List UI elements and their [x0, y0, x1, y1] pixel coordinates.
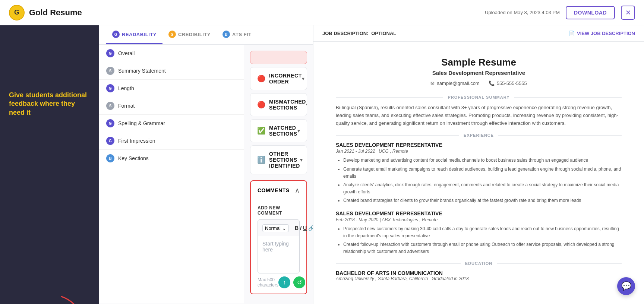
download-button[interactable]: DOWNLOAD	[566, 6, 615, 19]
refresh-button[interactable]: ↺	[293, 276, 305, 288]
job-bullets-2: Prospected new customers by making 30-40…	[336, 225, 622, 256]
accordion-mismatched-header[interactable]: 🔴 MISMATCHED SECTIONS ▾	[250, 94, 307, 116]
nav-dot-key: B	[106, 154, 114, 162]
nav-dot-format: S	[106, 102, 114, 110]
link-button[interactable]: 🔗	[308, 223, 313, 233]
accordion-matched-header[interactable]: ✅ MATCHED SECTIONS ▾	[250, 120, 307, 142]
tab-ats-fit[interactable]: B ATS FIT	[217, 25, 258, 44]
top-header: G Gold Resume Uploaded on May 8, 2023 4:…	[0, 0, 644, 25]
job-meta-1: Jan 2021 - Jul 2022 | UCG , Remote	[336, 149, 622, 154]
sidebar-item-summary[interactable]: S Summary Statement	[99, 62, 244, 80]
editor-area[interactable]: Start typing here	[258, 236, 300, 273]
editor-placeholder: Start typing here	[262, 241, 289, 253]
bullet-1-4: Created brand strategies for clients to …	[343, 197, 622, 204]
edu-divider-left	[336, 263, 461, 264]
tab-badge-ats: B	[222, 31, 230, 38]
header-left: G Gold Resume	[9, 5, 82, 20]
main-layout: Give students additional feedback where …	[0, 25, 644, 304]
italic-button[interactable]: I	[300, 223, 302, 233]
accordion-incorrect-order-header[interactable]: 🔴 INCORRECT ORDER ▾	[250, 67, 307, 90]
divider-line-left	[336, 97, 443, 98]
middle-content: G READABILITY G CREDIBILITY B ATS FIT G	[99, 25, 644, 304]
exp-divider-right	[498, 135, 622, 136]
tab-readability[interactable]: G READABILITY	[106, 25, 162, 44]
right-panel: JOB DESCRIPTION: OPTIONAL 📄 VIEW JOB DES…	[313, 25, 644, 304]
chevron-matched-icon: ▾	[297, 128, 300, 134]
mismatched-title: MISMATCHED SECTIONS	[269, 99, 306, 111]
summary-section-title: PROFESSIONAL SUMMARY	[448, 95, 509, 99]
nav-dot-overall: G	[106, 49, 114, 57]
experience-divider: EXPERIENCE	[336, 133, 622, 137]
divider-line-right	[514, 97, 622, 98]
phone-icon: 📞	[489, 80, 495, 86]
bold-button[interactable]: B	[295, 223, 299, 233]
matched-icon: ✅	[257, 127, 265, 135]
left-sidebar: Give students additional feedback where …	[0, 25, 99, 304]
chevron-other-icon: ▾	[300, 157, 303, 163]
education-section-title: EDUCATION	[465, 261, 493, 266]
education-divider: EDUCATION	[336, 261, 622, 266]
resume-name: Sample Resume	[336, 57, 622, 68]
comments-toggle-button[interactable]: ∧	[295, 186, 300, 194]
job-title-2: SALES DEVELOPMENT REPRESENTATIVE	[336, 210, 622, 216]
sidebar-item-key-sections[interactable]: B Key Sections	[99, 150, 244, 167]
chat-bubble[interactable]: 💬	[617, 277, 635, 295]
email-icon: ✉	[430, 80, 435, 86]
tab-badge-readability: G	[112, 31, 120, 38]
mismatched-icon: 🔴	[257, 101, 265, 109]
resume-contact: ✉ sample@gmail.com 📞 555-555-5555	[336, 80, 622, 86]
experience-section-title: EXPERIENCE	[464, 133, 494, 137]
job-desc-label: JOB DESCRIPTION: OPTIONAL	[322, 31, 396, 36]
document-icon: 📄	[569, 31, 575, 36]
close-button[interactable]: ✕	[621, 6, 635, 20]
chevron-icon: ▾	[302, 76, 304, 82]
accordion-other-header[interactable]: ℹ️ OTHER SECTIONS IDENTIFIED ▾	[250, 146, 307, 174]
matched-title: MATCHED SECTIONS	[269, 125, 297, 137]
accordion-other: ℹ️ OTHER SECTIONS IDENTIFIED ▾	[250, 145, 307, 174]
job-meta-2: Feb 2018 - May 2020 | ABX Technologies ,…	[336, 217, 622, 222]
resume-header-bar: JOB DESCRIPTION: OPTIONAL 📄 VIEW JOB DES…	[313, 25, 644, 42]
sidebar-item-first-impression[interactable]: G First Impression	[99, 132, 244, 150]
sidebar-item-spelling[interactable]: G Spelling & Grammar	[99, 115, 244, 132]
nav-list: G Overall S Summary Statement G Length S…	[99, 45, 244, 304]
format-select[interactable]: Normal ⌄	[262, 224, 289, 232]
tab-credibility[interactable]: G CREDIBILITY	[162, 25, 217, 44]
underline-button[interactable]: U	[303, 223, 307, 233]
comments-section: COMMENTS ∧ ADD NEW COMMENT Normal ⌄	[250, 180, 307, 294]
nav-dot-length: G	[106, 84, 114, 92]
job-bullets-1: Develop marketing and advertising conten…	[336, 157, 622, 204]
arrow-icon	[58, 293, 88, 304]
resume-position: Sales Development Representative	[336, 70, 622, 76]
degree-title: BACHELOR OF ARTS IN COMMUNICATION	[336, 270, 622, 276]
bullet-1-1: Develop marketing and advertising conten…	[343, 157, 622, 164]
phone-contact: 📞 555-555-5555	[489, 80, 527, 86]
accordion-incorrect-order: 🔴 INCORRECT ORDER ▾	[250, 67, 307, 90]
feedback-callout: Give students additional feedback where …	[0, 85, 99, 123]
tab-badge-credibility: G	[168, 31, 176, 38]
sidebar-item-format[interactable]: S Format	[99, 97, 244, 115]
sidebar-item-length[interactable]: G Length	[99, 80, 244, 97]
editor-footer: Max 500 characters ↑ ↺	[258, 273, 300, 288]
comments-body: ADD NEW COMMENT Normal ⌄ B I U	[251, 200, 306, 294]
job-title-1: SALES DEVELOPMENT REPRESENTATIVE	[336, 142, 622, 148]
tabs-row: G READABILITY G CREDIBILITY B ATS FIT	[99, 25, 313, 45]
chevron-mismatched-icon: ▾	[306, 102, 307, 108]
accordion-matched: ✅ MATCHED SECTIONS ▾	[250, 119, 307, 142]
format-dropdown-icon: ⌄	[282, 225, 286, 231]
sidebar-item-overall[interactable]: G Overall	[99, 45, 244, 62]
middle-panel: G READABILITY G CREDIBILITY B ATS FIT G	[99, 25, 313, 304]
comments-header: COMMENTS ∧	[251, 181, 306, 200]
save-comment-button[interactable]: ↑	[278, 276, 290, 288]
view-job-button[interactable]: 📄 VIEW JOB DESCRIPTION	[569, 31, 635, 36]
nav-dot-spelling: G	[106, 119, 114, 127]
content-area: 🔴 INCORRECT ORDER ▾ 🔴 MISMATCHED SECTION…	[244, 45, 313, 304]
max-chars-label: Max 500 characters	[258, 277, 278, 288]
bullet-1-3: Analyze clients' analytics, click throug…	[343, 181, 622, 196]
other-title: OTHER SECTIONS IDENTIFIED	[269, 151, 300, 169]
accordion-mismatched: 🔴 MISMATCHED SECTIONS ▾	[250, 93, 307, 116]
exp-divider-left	[336, 135, 459, 136]
other-icon: ℹ️	[257, 156, 265, 164]
incorrect-order-title: INCORRECT ORDER	[269, 73, 302, 85]
edu-divider-right	[497, 263, 622, 264]
resume-content: Sample Resume Sales Development Represen…	[313, 42, 644, 302]
